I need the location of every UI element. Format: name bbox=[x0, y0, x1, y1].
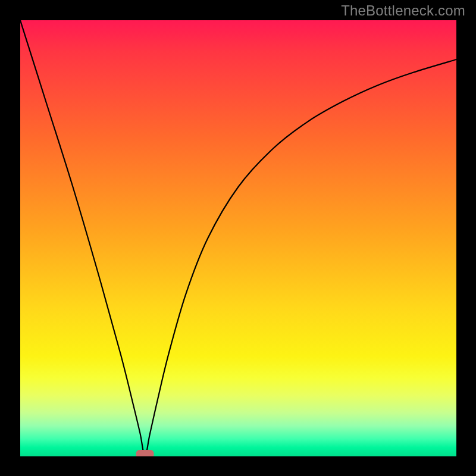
plot-svg bbox=[20, 20, 456, 456]
watermark-text: TheBottleneck.com bbox=[341, 2, 465, 19]
min-marker-pill bbox=[136, 450, 154, 456]
bottleneck-curve bbox=[20, 20, 456, 456]
chart-container: TheBottleneck.com bbox=[0, 0, 476, 476]
